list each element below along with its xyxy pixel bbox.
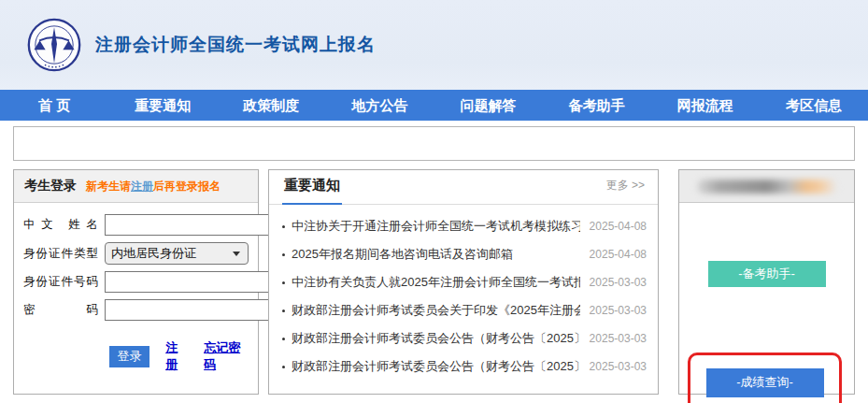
forgot-password-link[interactable]: 忘记密码 bbox=[204, 339, 249, 373]
notices-title: 重要通知 bbox=[282, 169, 342, 205]
register-link[interactable]: 注册 bbox=[165, 339, 188, 373]
notice-item[interactable]: 财政部注册会计师考试委员会公告（财考公告〔2025〕2号... 2025-03-… bbox=[282, 353, 647, 381]
chinese-name-input[interactable] bbox=[105, 214, 278, 236]
quick-links-panel: -备考助手- -成绩查询- bbox=[678, 169, 855, 395]
new-candidate-tip: 新考生请注册后再登录报名 bbox=[86, 179, 221, 194]
side-panel-header bbox=[679, 170, 854, 203]
exam-prep-button[interactable]: -备考助手- bbox=[708, 261, 826, 287]
bullet-icon bbox=[282, 253, 285, 256]
bullet-icon bbox=[282, 225, 285, 228]
site-header: 注册会计师全国统一考试网上报名 bbox=[0, 0, 868, 90]
notice-item[interactable]: 中注协关于开通注册会计师全国统一考试机考模拟练习网站的公... 2025-04-… bbox=[282, 212, 647, 240]
side-panel-body: -备考助手- -成绩查询- bbox=[679, 261, 854, 403]
notices-list: 中注协关于开通注册会计师全国统一考试机考模拟练习网站的公... 2025-04-… bbox=[269, 205, 658, 381]
nav-item-registration-process[interactable]: 网报流程 bbox=[651, 90, 760, 121]
login-title: 考生登录 bbox=[24, 178, 77, 194]
notice-item[interactable]: 2025年报名期间各地咨询电话及咨询邮箱 2025-04-08 bbox=[282, 240, 647, 268]
login-button[interactable]: 登录 bbox=[109, 346, 149, 367]
main-nav: 首 页 重要通知 政策制度 地方公告 问题解答 备考助手 网报流程 考区信息 bbox=[0, 90, 868, 121]
nav-item-faq[interactable]: 问题解答 bbox=[434, 90, 543, 121]
bullet-icon bbox=[282, 338, 285, 340]
id-type-label: 身份证件类型 bbox=[23, 246, 98, 262]
nav-item-policies[interactable]: 政策制度 bbox=[217, 90, 325, 121]
login-form: 中文 姓名 身份证件类型 内地居民身份证 身份证件号码 密 码 登录 注册 bbox=[14, 203, 258, 373]
bullet-icon bbox=[282, 309, 285, 312]
notice-item[interactable]: 财政部注册会计师考试委员会公告（财考公告〔2025〕1号... 2025-03-… bbox=[282, 324, 647, 353]
login-actions: 登录 注册 忘记密码 bbox=[109, 339, 249, 373]
important-notices-panel: 重要通知 更多 >> 中注协关于开通注册会计师全国统一考试机考模拟练习网站的公.… bbox=[268, 169, 659, 395]
cpa-registration-page: 注册会计师全国统一考试网上报名 首 页 重要通知 政策制度 地方公告 问题解答 … bbox=[0, 0, 868, 403]
chevron-down-icon bbox=[233, 252, 240, 256]
more-link[interactable]: 更多 >> bbox=[606, 178, 645, 204]
candidate-login-panel: 考生登录 新考生请注册后再登录报名 中文 姓名 身份证件类型 内地居民身份证 身… bbox=[13, 169, 259, 395]
nav-item-important-notices[interactable]: 重要通知 bbox=[108, 90, 217, 121]
password-label: 密 码 bbox=[23, 302, 98, 318]
id-number-input[interactable] bbox=[105, 271, 278, 293]
register-inline-link[interactable]: 注册 bbox=[131, 180, 153, 193]
notice-item[interactable]: 财政部注册会计师考试委员会关于印发《2025年注册会计师... 2025-03-… bbox=[282, 296, 647, 324]
nav-item-home[interactable]: 首 页 bbox=[0, 90, 108, 121]
password-input[interactable] bbox=[105, 299, 278, 321]
chinese-name-label: 中文 姓名 bbox=[23, 217, 98, 233]
nav-item-exam-prep[interactable]: 备考助手 bbox=[543, 90, 651, 121]
announcement-banner bbox=[13, 126, 855, 161]
id-type-select[interactable]: 内地居民身份证 bbox=[105, 242, 249, 265]
red-highlight-box: -成绩查询- bbox=[688, 353, 842, 403]
nav-item-local-announcements[interactable]: 地方公告 bbox=[325, 90, 434, 121]
id-number-label: 身份证件号码 bbox=[23, 274, 98, 290]
redacted-blur-image bbox=[697, 180, 837, 194]
notices-header: 重要通知 更多 >> bbox=[269, 170, 658, 205]
score-query-button[interactable]: -成绩查询- bbox=[706, 368, 824, 397]
nav-item-exam-area-info[interactable]: 考区信息 bbox=[760, 90, 868, 121]
page-title: 注册会计师全国统一考试网上报名 bbox=[95, 33, 376, 57]
login-panel-header: 考生登录 新考生请注册后再登录报名 bbox=[14, 170, 258, 203]
cicpa-logo-icon bbox=[26, 17, 82, 73]
notice-item[interactable]: 中注协有关负责人就2025年注册会计师全国统一考试报名相... 2025-03-… bbox=[282, 268, 647, 296]
bullet-icon bbox=[282, 366, 285, 368]
bullet-icon bbox=[282, 281, 285, 284]
